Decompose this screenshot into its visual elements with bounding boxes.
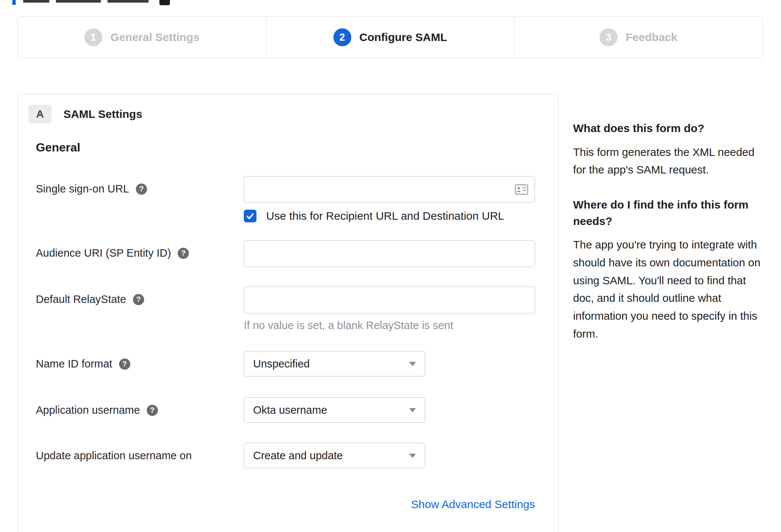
field-label-text: Audience URI (SP Entity ID) [36, 247, 171, 259]
field-label-text: Single sign-on URL [36, 183, 129, 195]
field-row-name-id-format: Name ID format ? Unspecified [36, 351, 535, 376]
step-number-badge: 2 [333, 28, 351, 46]
chevron-down-icon [409, 362, 416, 366]
field-label-text: Update application username on [36, 450, 192, 462]
relay-state-input[interactable] [244, 287, 535, 313]
sso-url-input[interactable] [244, 176, 535, 203]
field-row-relay-state: Default RelayState ? If no value is set,… [36, 287, 535, 332]
clipped-header-fragment [108, 0, 149, 3]
select-value: Create and update [253, 450, 343, 462]
help-body: This form generates the XML needed for t… [573, 143, 765, 179]
field-label-update-username: Update application username on [36, 443, 244, 462]
help-block-where: Where do I find the info this form needs… [573, 197, 765, 343]
chevron-down-icon [409, 454, 416, 458]
help-body: The app you're trying to integrate with … [573, 236, 765, 343]
field-control: If no value is set, a blank RelayState i… [244, 287, 535, 332]
clipped-header-fragment [23, 0, 49, 3]
field-label-name-id-format: Name ID format ? [36, 351, 244, 370]
step-configure-saml[interactable]: 2 Configure SAML [266, 17, 514, 58]
step-label: Configure SAML [360, 31, 447, 44]
advanced-settings-row: Show Advanced Settings [36, 498, 535, 511]
clipped-header-fragment [12, 0, 16, 5]
field-control [244, 240, 535, 267]
recipient-url-checkbox-label: Use this for Recipient URL and Destinati… [266, 210, 504, 222]
saml-settings-card: A SAML Settings General Single sign-on U… [18, 94, 558, 532]
select-value: Unspecified [253, 358, 310, 370]
group-heading-general: General [36, 141, 535, 154]
sso-url-input-wrap [244, 176, 535, 203]
recipient-url-checkbox-row: Use this for Recipient URL and Destinati… [244, 210, 535, 222]
name-id-format-select[interactable]: Unspecified [244, 351, 425, 376]
wizard-stepper: 1 General Settings 2 Configure SAML 3 Fe… [18, 16, 763, 58]
contact-card-icon[interactable] [515, 184, 528, 196]
field-row-sso-url: Single sign-on URL ? [36, 176, 535, 203]
step-number-badge: 3 [600, 28, 617, 46]
application-username-select[interactable]: Okta username [244, 397, 425, 423]
field-label-text: Application username [36, 404, 140, 416]
field-label-text: Name ID format [36, 358, 112, 370]
help-block-what: What does this form do? This form genera… [573, 120, 765, 179]
field-control [244, 176, 535, 203]
section-header: A SAML Settings [28, 105, 558, 123]
help-icon[interactable]: ? [119, 359, 130, 370]
general-form-area: General Single sign-on URL ? [36, 141, 535, 511]
field-control: Create and update [244, 443, 425, 468]
update-username-select[interactable]: Create and update [244, 443, 425, 468]
relay-state-hint: If no value is set, a blank RelayState i… [244, 319, 535, 332]
help-icon[interactable]: ? [133, 294, 144, 305]
field-label-text: Default RelayState [36, 293, 126, 306]
help-icon[interactable]: ? [136, 184, 147, 195]
step-feedback[interactable]: 3 Feedback [514, 17, 762, 58]
step-number-badge: 1 [84, 28, 102, 46]
step-general-settings[interactable]: 1 General Settings [18, 17, 266, 58]
field-control: Unspecified [244, 351, 425, 376]
section-badge-a: A [28, 105, 52, 123]
help-heading: What does this form do? [573, 120, 765, 137]
help-heading: Where do I find the info this form needs… [573, 197, 765, 229]
step-label: General Settings [111, 31, 199, 44]
step-label: Feedback [626, 31, 677, 44]
field-label-relay-state: Default RelayState ? [36, 287, 244, 306]
select-value: Okta username [253, 404, 327, 416]
recipient-url-checkbox[interactable] [244, 210, 256, 222]
audience-uri-input[interactable] [244, 240, 535, 267]
section-title: SAML Settings [63, 108, 142, 121]
field-row-audience-uri: Audience URI (SP Entity ID) ? [36, 240, 535, 267]
help-icon[interactable]: ? [178, 248, 189, 259]
field-label-sso-url: Single sign-on URL ? [36, 176, 244, 195]
field-row-application-username: Application username ? Okta username [36, 397, 535, 423]
field-label-application-username: Application username ? [36, 397, 244, 416]
clipped-header-fragment [56, 0, 101, 3]
show-advanced-settings-link[interactable]: Show Advanced Settings [411, 498, 535, 510]
field-row-update-username: Update application username on Create an… [36, 443, 535, 468]
help-icon[interactable]: ? [147, 405, 158, 416]
help-panel: What does this form do? This form genera… [573, 120, 765, 343]
field-control: Okta username [244, 397, 425, 423]
clipped-header-icon [159, 0, 170, 5]
field-label-audience-uri: Audience URI (SP Entity ID) ? [36, 240, 244, 259]
chevron-down-icon [409, 408, 416, 412]
